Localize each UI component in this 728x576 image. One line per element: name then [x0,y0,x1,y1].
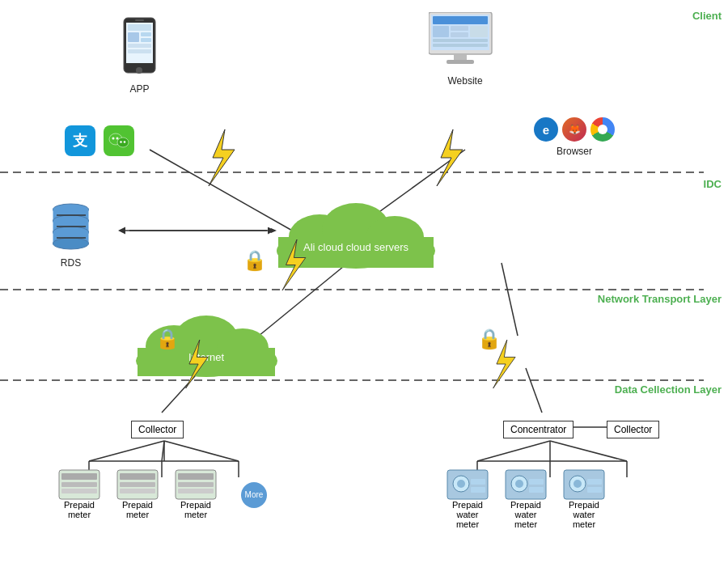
website-label: Website [429,75,502,87]
svg-point-113 [574,480,582,488]
svg-rect-51 [470,26,488,37]
lightning-2 [429,129,469,189]
svg-point-103 [457,480,465,488]
svg-line-21 [550,441,627,461]
meter-elec-1: Prepaid meter [55,469,104,519]
svg-line-19 [477,441,550,461]
svg-point-44 [124,141,126,143]
svg-rect-48 [433,26,449,37]
meter-water-2-label: Prepaid water meter [510,500,541,529]
svg-rect-33 [141,32,151,36]
payment-icons: 支 [65,125,134,156]
rds-icon: RDS [49,198,93,269]
lock-icon-3: 🔒 [477,328,502,350]
browser-label: Browser [557,146,592,157]
svg-line-12 [164,441,239,461]
svg-rect-31 [128,24,151,31]
svg-rect-50 [451,32,468,37]
app-label: APP [121,83,158,95]
meter-elec-2-label: Prepaid meter [122,500,153,519]
lightning-1 [201,129,241,189]
more-btn-circle[interactable]: More [241,482,267,508]
lock-icon-1: 🔒 [243,249,267,272]
meter-elec-3-label: Prepaid meter [180,500,211,519]
concentrator-box: Concentrator [503,421,574,438]
lightning-3 [275,239,311,294]
app-icon: APP [121,16,158,95]
svg-rect-97 [178,482,214,487]
svg-rect-111 [587,479,602,485]
network-label: Network Transport Layer [598,293,722,305]
svg-rect-47 [433,16,488,24]
meter-elec-1-label: Prepaid meter [64,500,95,519]
svg-marker-27 [120,228,125,233]
svg-rect-112 [587,487,602,493]
meter-water-3: Prepaid water meter [560,469,608,529]
svg-rect-98 [178,489,214,493]
rds-label: RDS [49,257,93,269]
collector-right-box: Collector [607,421,659,438]
lightning-4 [178,340,214,392]
svg-rect-93 [120,482,155,487]
svg-rect-101 [471,479,485,485]
svg-marker-85 [186,340,208,388]
svg-line-9 [526,368,542,413]
svg-line-11 [162,441,164,461]
svg-rect-49 [451,26,468,31]
browser-icons: e 🦊 Browser [534,117,615,157]
client-label: Client [692,10,722,22]
svg-rect-94 [120,489,155,493]
electric-meters-group: Prepaid meter Prepaid meter Prepaid mete… [55,469,278,519]
svg-rect-38 [135,19,144,21]
svg-text:Ali cloud  cloud servers: Ali cloud cloud servers [303,241,409,253]
svg-rect-35 [128,44,151,48]
lock-icon-2: 🔒 [155,328,180,350]
water-meters-group: Prepaid water meter Prepaid water meter [443,469,608,529]
more-button[interactable]: More [230,469,278,519]
meter-elec-2: Prepaid meter [113,469,162,519]
meter-water-1-label: Prepaid water meter [452,500,483,529]
svg-rect-90 [61,489,97,493]
alipay-icon: 支 [65,125,95,156]
svg-point-40 [117,138,129,147]
svg-rect-89 [61,482,97,487]
meter-water-2: Prepaid water meter [502,469,550,529]
chrome-icon [590,117,615,142]
svg-point-108 [515,480,523,488]
svg-point-37 [136,67,142,74]
svg-rect-54 [454,54,467,61]
svg-rect-96 [178,473,214,480]
collector-left-box: Collector [131,421,184,438]
svg-rect-106 [529,479,544,485]
svg-point-43 [120,141,122,143]
ie-icon: e [534,117,558,142]
svg-rect-88 [61,473,97,480]
svg-rect-52 [433,39,488,42]
meter-water-3-label: Prepaid water meter [569,500,599,529]
svg-point-62 [53,238,89,249]
svg-rect-107 [529,487,544,493]
wechat-icon [104,125,134,156]
svg-marker-84 [282,239,306,290]
svg-rect-55 [447,60,474,64]
idc-label: IDC [704,178,722,190]
svg-line-8 [502,263,518,336]
svg-point-42 [116,138,119,140]
svg-marker-82 [209,129,235,186]
svg-rect-102 [471,487,485,493]
svg-marker-83 [437,129,463,186]
svg-rect-32 [128,32,139,42]
diagram: Client IDC Network Transport Layer Data … [0,0,728,576]
svg-rect-36 [128,49,151,53]
svg-rect-53 [433,44,488,47]
firefox-icon: 🦊 [562,117,586,142]
meter-elec-3: Prepaid meter [171,469,220,519]
website-icon: Website [429,12,502,87]
meter-water-1: Prepaid water meter [443,469,492,529]
svg-rect-34 [141,38,151,42]
svg-rect-92 [120,473,155,480]
svg-line-10 [89,441,164,461]
svg-point-41 [112,138,115,140]
datacollection-label: Data Cellection Layer [615,383,722,396]
